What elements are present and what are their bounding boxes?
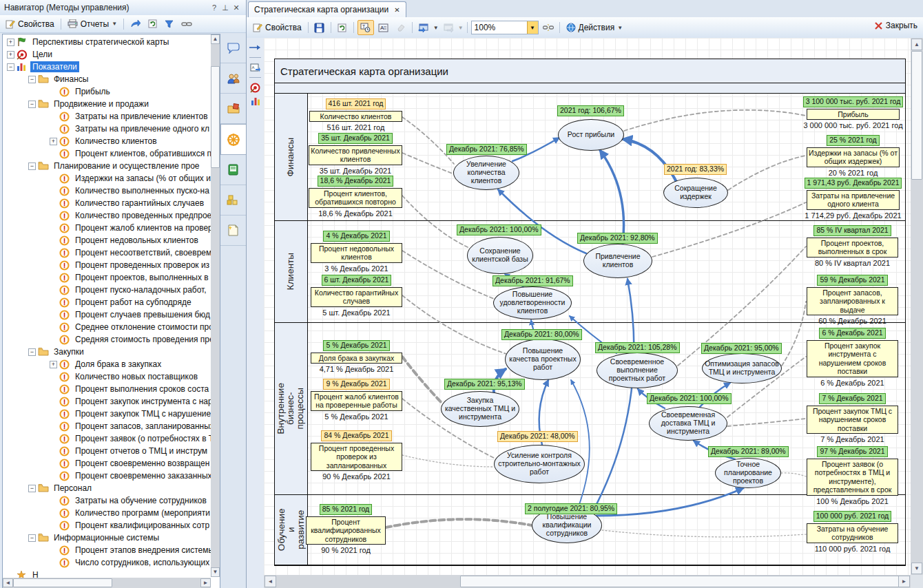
scroll-left-icon[interactable]: ◄: [3, 578, 13, 587]
collapse-minus-icon[interactable]: −: [28, 485, 36, 492]
tree-item[interactable]: Число сотрудников, использующих: [3, 556, 208, 569]
goal-usil[interactable]: Усиление контроля строительно-монтажных …: [494, 445, 585, 483]
indicator-box[interactable]: Количество гарантийных случаев: [311, 287, 402, 307]
indicator-cli-r2[interactable]: 59 % Декабрь 2021Процент запасов, заплан…: [807, 275, 898, 325]
tree-item[interactable]: Издержки на запасы (% от общих и: [3, 172, 208, 185]
indicator-box[interactable]: Процент заявок (о потребностях в ТМЦ и и…: [807, 459, 898, 496]
goal-sohr[interactable]: Сохранение клиентской базы: [467, 237, 533, 274]
connector-arrow-icon[interactable]: [249, 42, 262, 53]
collapse-minus-icon[interactable]: −: [7, 63, 14, 71]
format-painter-button[interactable]: [393, 21, 408, 34]
canvas-vscroll-thumb[interactable]: [911, 51, 922, 180]
tree-item[interactable]: Процент закупок инструмента с нар: [3, 395, 208, 408]
indicator-int-l1[interactable]: 5 % Декабрь 2021Доля брака в закупках4,7…: [311, 340, 402, 373]
tree-item[interactable]: Средняя стоимость проведения пре: [3, 333, 208, 346]
indicator-box[interactable]: Прибыль: [807, 109, 900, 120]
indicator-cli-r1[interactable]: 85 % IV квартал 2021Процент проектов, вы…: [807, 225, 898, 267]
indicator-fin-l2[interactable]: 35 шт. Декабрь 2021Количество привлеченн…: [309, 133, 402, 175]
goal-dostav[interactable]: Своевременная доставка ТМЦ и инструмента: [649, 406, 727, 441]
actions-button[interactable]: Действия ▼: [563, 21, 626, 34]
tree-item[interactable]: −Показатели: [3, 61, 208, 73]
save-button[interactable]: [312, 21, 327, 34]
indicator-cli-l2[interactable]: 6 шт. Декабрь 2021Количество гарантийных…: [311, 275, 402, 317]
tree-item[interactable]: −Финансы: [3, 73, 208, 85]
indicator-box[interactable]: Доля брака в закупках: [311, 353, 402, 364]
indicator-box[interactable]: Процент закупок инструмента с нарушением…: [807, 340, 898, 377]
side-tab-cube-icon[interactable]: [220, 94, 246, 124]
indicator-int-l2[interactable]: 9 % Декабрь 2021Процент жалоб клиентов н…: [311, 379, 402, 421]
doc-properties-button[interactable]: Свойства: [250, 21, 304, 34]
close-document-button[interactable]: Закрыть: [875, 21, 917, 30]
tab-strategic-map[interactable]: Стратегическая карта организации ✕: [248, 1, 406, 17]
tree-item[interactable]: Затраты на обучение сотрудников: [3, 494, 208, 507]
canvas-scroll-left-icon[interactable]: ◄: [265, 576, 276, 587]
tree-item[interactable]: Процент жалоб клиентов на провер: [3, 222, 208, 234]
tree-item[interactable]: Процент отчетов о ТМЦ и инструм: [3, 445, 208, 457]
indicator-box[interactable]: Процент недовольных клиентов: [311, 243, 402, 263]
tree-item[interactable]: Затраты на привлечение одного кл: [3, 123, 208, 135]
indicator-fin-r3[interactable]: 1 971,43 руб. Декабрь 2021Затраты на при…: [807, 178, 900, 220]
side-tab-note-icon[interactable]: [220, 216, 246, 246]
export-image-icon[interactable]: A: [249, 62, 262, 73]
tree-item[interactable]: Процент недовольных клиентов: [3, 234, 208, 246]
tree-item[interactable]: Количество гарантийных случаев: [3, 197, 208, 209]
collapse-minus-icon[interactable]: −: [28, 76, 36, 83]
indicator-fin-r1[interactable]: 3 100 000 тыс. руб. 2021 годПрибыль3 000…: [807, 96, 900, 129]
window-back-button[interactable]: [416, 21, 431, 34]
indicator-bars-icon[interactable]: [249, 96, 262, 107]
refresh-button[interactable]: [145, 18, 160, 30]
side-tab-cubes-icon[interactable]: [220, 185, 246, 216]
tree-hscroll-thumb[interactable]: [13, 578, 112, 587]
canvas-vertical-scrollbar[interactable]: ▲ ▼: [911, 38, 923, 575]
side-tab-people-icon[interactable]: [220, 63, 246, 94]
canvas-scroll-down-icon[interactable]: ▼: [911, 563, 922, 574]
tree-item[interactable]: Количество новых поставщиков: [3, 370, 208, 383]
doc-refresh-button[interactable]: [335, 21, 350, 34]
filter-button[interactable]: [162, 19, 176, 30]
break-link-button[interactable]: [541, 21, 556, 34]
expand-plus-icon[interactable]: +: [7, 39, 14, 46]
tree-item[interactable]: Процент закупок ТМЦ с нарушение: [3, 408, 208, 420]
tree-item[interactable]: Процент запасов, запланированных: [3, 420, 208, 432]
tree-item[interactable]: +Перспективы стратегической карты: [3, 36, 208, 48]
indicator-box[interactable]: Процент закупок ТМЦ с нарушением сроков …: [807, 406, 898, 434]
tree-item[interactable]: Процент выполнения сроков соста: [3, 383, 208, 395]
side-tab-bubble-icon[interactable]: [220, 33, 246, 63]
indicator-int-r1[interactable]: 6 % Декабрь 2021Процент закупок инструме…: [807, 328, 898, 387]
tree-item[interactable]: Процент случаев превышения бюд: [3, 308, 208, 321]
tree-vertical-scrollbar[interactable]: ▲ ▼: [211, 34, 220, 577]
tree-vscroll-thumb[interactable]: [211, 66, 220, 168]
link-button[interactable]: [178, 19, 195, 29]
goal-kach[interactable]: Повышение качества проектных работ: [505, 339, 581, 380]
indicator-fin-l3[interactable]: 18,6 % Декабрь 2021Процент клиентов, обр…: [309, 176, 402, 218]
help-icon[interactable]: ?: [209, 3, 220, 12]
tree-item[interactable]: Процент квалифицированных сотр: [3, 519, 208, 532]
diagram-canvas[interactable]: Стратегическая карта организации Финансы…: [264, 38, 911, 575]
zoom-combobox[interactable]: 100% ▼: [471, 21, 539, 34]
tree-item[interactable]: Среднее отклонение стоимости про: [3, 321, 208, 333]
window-forward-dropdown[interactable]: ▼: [458, 25, 464, 31]
tree-item[interactable]: Процент пуско-наладочных работ,: [3, 284, 208, 296]
tree-item[interactable]: Процент своевременно заказанных: [3, 470, 208, 482]
tree-item[interactable]: Процент заявок (о потребностях в Т: [3, 432, 208, 445]
goal-zakup[interactable]: Закупка качественных ТМЦ и инструмента: [441, 391, 519, 427]
indicator-box[interactable]: Процент проектов, выполненных в срок: [807, 238, 898, 258]
close-panel-icon[interactable]: ✕: [231, 3, 242, 12]
indicator-fin-r2[interactable]: 25 % 2021 годИздержки на запасы (% от об…: [807, 135, 900, 177]
tree-item[interactable]: Процент этапов внедрения системы: [3, 544, 208, 556]
indicator-int-r2[interactable]: 7 % Декабрь 2021Процент закупок ТМЦ с на…: [807, 393, 898, 443]
goal-target-icon[interactable]: [249, 82, 262, 93]
canvas-horizontal-scrollbar[interactable]: ◄ ►: [264, 575, 911, 588]
scroll-down-icon[interactable]: ▼: [211, 567, 220, 577]
side-tab-book-icon[interactable]: [220, 155, 246, 185]
indicator-box[interactable]: Процент проведенных проверок из запланир…: [311, 443, 402, 471]
indicator-box[interactable]: Издержки на запасы (% от общих издержек): [807, 147, 900, 167]
indicator-box[interactable]: Процент клиентов, обратившихся повторно: [309, 188, 402, 208]
tree-item[interactable]: +Цели: [3, 48, 208, 61]
text-block-button[interactable]: A: [376, 21, 391, 34]
tree-item[interactable]: Количество выполненных пуско-на: [3, 185, 208, 197]
expand-plus-icon[interactable]: +: [50, 138, 57, 145]
go-button[interactable]: [127, 18, 143, 30]
tree-item[interactable]: Затраты на привлечение клиентов: [3, 110, 208, 123]
tree-item[interactable]: −Планирование и осуществление прое: [3, 160, 208, 172]
